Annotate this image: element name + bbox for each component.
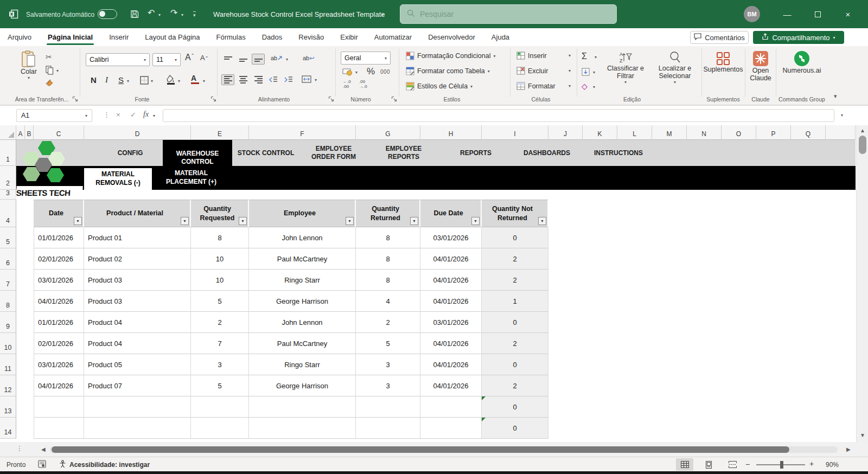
cell-employee[interactable] [249, 418, 356, 439]
filter-button[interactable]: ▼ [538, 217, 546, 225]
sheet-tab-handle-icon[interactable]: ⋮ [16, 445, 22, 452]
nav-tab-employee-reports[interactable]: EMPLOYEE REPORTS [376, 143, 431, 163]
copy-dropdown-icon[interactable]: ▾ [56, 68, 59, 73]
nav-tab-dashboards[interactable]: DASHBOARDS [520, 143, 574, 163]
tab-ajuda[interactable]: Ajuda [490, 30, 510, 44]
nav-tab-config[interactable]: CONFIG [103, 143, 157, 163]
cell-qty-not-returned[interactable]: 0 [482, 227, 548, 248]
tab-revisao[interactable]: Revisão [297, 30, 325, 44]
cell-qty-returned[interactable]: 3 [356, 375, 420, 396]
align-right-button[interactable] [252, 74, 265, 85]
cell-qty-returned[interactable]: 8 [356, 227, 420, 248]
avatar[interactable]: BM [744, 6, 760, 22]
font-dialog-launcher[interactable] [210, 96, 217, 103]
filter-button[interactable]: ▼ [74, 217, 82, 225]
document-title[interactable]: Warehouse Stock Control Excel Spreadshee… [213, 10, 385, 18]
align-left-button[interactable] [221, 74, 234, 85]
cell-due-date[interactable]: 03/01/2026 [420, 312, 482, 333]
cell-qty-returned[interactable]: 5 [356, 333, 420, 354]
cell-date[interactable]: 01/01/2026 [34, 312, 84, 333]
font-color-icon[interactable]: A [191, 74, 199, 84]
cell-qty-returned[interactable]: 8 [356, 248, 420, 270]
excel-app-icon[interactable] [9, 9, 18, 21]
row-header-6[interactable]: 6 [0, 248, 16, 270]
tab-layout[interactable]: Layout da Página [144, 30, 201, 44]
subtab-material-placement[interactable]: MATERIAL PLACEMENT (+) [155, 169, 228, 190]
enter-formula-icon[interactable]: ✓ [130, 111, 136, 119]
cell-product[interactable] [84, 396, 191, 418]
font-color-dropdown-icon[interactable]: ▾ [203, 79, 205, 84]
row-header-14[interactable]: 14 [0, 418, 16, 439]
orientation-icon[interactable]: ab [271, 55, 283, 61]
fill-down-icon[interactable] [582, 68, 590, 78]
status-accessibility[interactable]: Acessibilidade: investigar [69, 461, 150, 469]
font-family-select[interactable]: Calibri▾ [86, 53, 150, 66]
align-center-button[interactable] [237, 74, 250, 85]
horizontal-scroll-thumb[interactable] [52, 446, 789, 453]
redo-dropdown-icon[interactable]: ▾ [181, 12, 183, 17]
vertical-scroll-thumb[interactable] [859, 136, 866, 154]
cell-product[interactable]: Product 01 [84, 227, 191, 248]
row-header-12[interactable]: 12 [0, 375, 16, 396]
nav-tab-employee-order-form[interactable]: EMPLOYEE ORDER FORM [304, 143, 363, 163]
cell-qty-not-returned[interactable]: 2 [482, 333, 548, 354]
cell-date[interactable]: 03/01/2026 [34, 354, 84, 375]
autosum-button[interactable]: Σ [582, 52, 587, 61]
cell-qty-returned[interactable]: 3 [356, 354, 420, 375]
cell-date[interactable]: 02/01/2026 [34, 248, 84, 270]
insert-function-button[interactable]: fx [143, 110, 149, 119]
merge-center-icon[interactable] [302, 75, 311, 85]
col-header-p[interactable]: P [756, 125, 791, 140]
fill-color-icon[interactable] [166, 75, 176, 87]
align-bottom-button[interactable] [252, 54, 265, 65]
nav-tab-instructions[interactable]: INSTRUCTIONS [589, 143, 648, 163]
cell-due-date[interactable]: 04/01/2026 [420, 375, 482, 396]
clear-dropdown-icon[interactable]: ▾ [593, 85, 595, 89]
cell-qty-not-returned[interactable]: 2 [482, 270, 548, 291]
addins-button[interactable]: Suplementos [704, 52, 742, 73]
nav-tab-stock-control[interactable]: STOCK CONTROL [233, 143, 298, 163]
borders-dropdown-icon[interactable]: ▾ [151, 79, 153, 84]
col-header-d[interactable]: D [84, 125, 191, 140]
name-box[interactable]: A1▾ [16, 109, 92, 122]
underline-dropdown-icon[interactable]: ▾ [127, 79, 129, 84]
share-button[interactable]: Compartilhamento ▾ [753, 31, 844, 44]
cell-qty-requested[interactable]: 10 [191, 270, 249, 291]
macro-record-icon[interactable] [38, 460, 46, 470]
filter-button[interactable]: ▼ [346, 217, 354, 225]
cell-employee[interactable] [249, 396, 356, 418]
accounting-dropdown-icon[interactable]: ▾ [355, 70, 358, 75]
decrease-decimal-button[interactable]: .00→.0 [359, 80, 367, 89]
select-all-corner[interactable] [0, 125, 16, 140]
autosum-dropdown-icon[interactable]: ▾ [595, 55, 597, 60]
tab-desenvolvedor[interactable]: Desenvolvedor [427, 30, 476, 44]
save-icon[interactable] [130, 10, 139, 21]
row-header-3[interactable]: 3 [0, 190, 16, 200]
font-size-select[interactable]: 11▾ [152, 53, 181, 66]
filter-button[interactable]: ▼ [410, 217, 418, 225]
cell-qty-requested[interactable] [191, 396, 249, 418]
wrap-text-icon[interactable]: ab↩ [303, 55, 314, 62]
format-painter-icon[interactable] [46, 79, 55, 89]
nav-tab-reports[interactable]: REPORTS [454, 143, 497, 163]
underline-button[interactable]: S [118, 75, 124, 85]
row-header-5[interactable]: 5 [0, 227, 16, 248]
scroll-down-icon[interactable]: ▼ [860, 432, 865, 438]
clipboard-dialog-launcher[interactable] [72, 96, 79, 103]
cell-employee[interactable]: Paul McCartney [249, 333, 356, 354]
align-middle-button[interactable] [237, 54, 250, 65]
italic-button[interactable]: I [105, 75, 108, 85]
formula-bar-expand-icon[interactable]: ▾ [841, 113, 843, 118]
col-header-m[interactable]: M [652, 125, 687, 140]
cell-due-date[interactable]: 04/01/2026 [420, 291, 482, 312]
comments-button[interactable]: Comentários [690, 31, 749, 44]
col-header-j[interactable]: J [548, 125, 583, 140]
row-header-7[interactable]: 7 [0, 270, 16, 291]
accounting-format-icon[interactable] [342, 68, 353, 78]
cell-employee[interactable]: John Lennon [249, 312, 356, 333]
subtab-material-removals[interactable]: MATERIAL REMOVALS (-) [84, 168, 152, 190]
cell-due-date[interactable] [420, 418, 482, 439]
zoom-in-button[interactable]: + [809, 459, 814, 468]
zoom-level[interactable]: 90% [826, 461, 839, 469]
autosave-toggle[interactable] [98, 9, 117, 19]
